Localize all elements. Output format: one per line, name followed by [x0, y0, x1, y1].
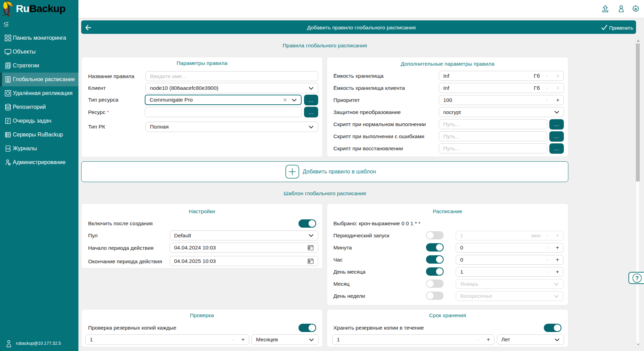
svg-text:log: log [7, 148, 10, 150]
svg-text:?: ? [635, 275, 639, 281]
